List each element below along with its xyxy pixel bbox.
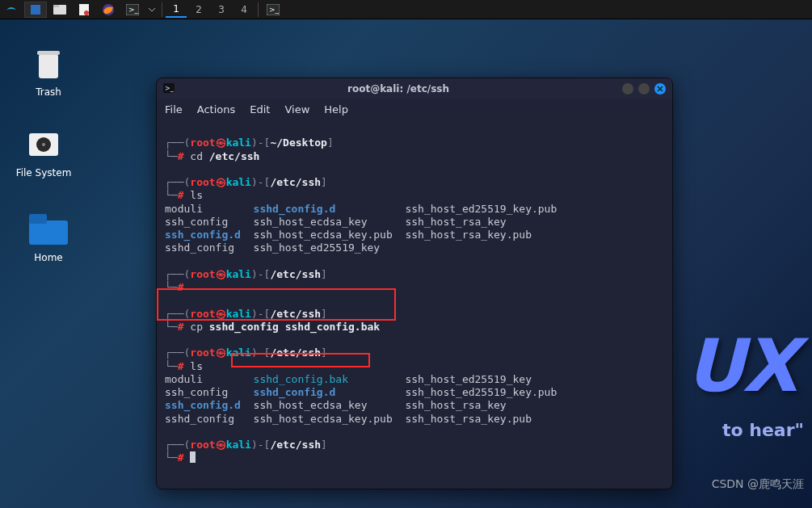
trash-bin-icon xyxy=(29,44,68,83)
window-titlebar[interactable]: >_ root@kali: /etc/ssh xyxy=(157,78,672,99)
ls-entry: sshd_config.d xyxy=(254,386,336,398)
ls-entry: ssh_host_rsa_key.pub xyxy=(405,413,532,425)
desktop-icon-label: Trash xyxy=(16,86,81,98)
folder-icon xyxy=(29,210,68,249)
ls-entry: ssh_host_ecdsa_key.pub xyxy=(254,229,393,241)
ls-entry: sshd_config xyxy=(165,413,234,425)
prompt-host: kali xyxy=(226,346,251,359)
taskbar-separator xyxy=(162,2,162,17)
prompt-user: root xyxy=(190,346,215,359)
ls-entry: ssh_host_rsa_key.pub xyxy=(405,229,532,241)
wallpaper-brand: UX xyxy=(686,323,796,408)
kali-menu-icon[interactable] xyxy=(0,2,23,18)
ls-entry: moduli xyxy=(165,373,203,385)
svg-text:>_: >_ xyxy=(165,85,174,92)
taskbar-separator xyxy=(258,2,259,17)
prompt-host: kali xyxy=(226,136,251,149)
menu-actions[interactable]: Actions xyxy=(197,103,236,115)
prompt-host: kali xyxy=(226,176,251,188)
ls-entry: ssh_host_ed25519_key xyxy=(254,241,381,254)
trash-icon[interactable]: Trash xyxy=(16,44,81,98)
terminal-menubar: File Actions Edit View Help xyxy=(157,99,672,119)
svg-rect-16 xyxy=(29,214,47,224)
taskbar-app-launcher[interactable] xyxy=(24,2,47,18)
svg-text:>_: >_ xyxy=(269,6,280,14)
svg-point-4 xyxy=(84,10,89,15)
svg-rect-10 xyxy=(39,54,58,78)
cmd-cp: cp xyxy=(190,321,203,333)
ls-entry: sshd_config xyxy=(165,241,234,254)
ls-entry: ssh_host_rsa_key xyxy=(405,216,506,228)
watermark: CSDN @鹿鸣天涯 xyxy=(712,477,804,492)
prompt-path: /etc/ssh xyxy=(270,439,321,451)
maximize-button[interactable] xyxy=(638,83,650,94)
prompt-user: root xyxy=(190,308,215,320)
prompt-path: /etc/ssh xyxy=(270,176,321,188)
ls-entry: ssh_config.d xyxy=(165,399,241,411)
svg-text:>_: >_ xyxy=(128,6,139,14)
close-button[interactable] xyxy=(654,83,666,94)
prompt-host: kali xyxy=(226,439,251,451)
svg-rect-15 xyxy=(29,220,68,245)
filesystem-icon[interactable]: File System xyxy=(11,125,76,178)
workspace-1[interactable]: 1 xyxy=(166,2,187,18)
terminal-window: >_ root@kali: /etc/ssh File Actions Edit… xyxy=(156,78,673,489)
svg-rect-2 xyxy=(53,5,59,7)
ls-entry: sshd_config.d xyxy=(254,203,336,215)
prompt-user: root xyxy=(190,176,215,188)
workspace-3[interactable]: 3 xyxy=(211,2,232,18)
ls-entry: ssh_host_ecdsa_key xyxy=(254,399,368,411)
ls-entry: ssh_host_rsa_key xyxy=(405,399,506,411)
ls-entry: ssh_host_ecdsa_key xyxy=(254,216,368,228)
firefox-icon[interactable] xyxy=(97,2,120,18)
minimize-button[interactable] xyxy=(622,83,633,94)
prompt-path: /etc/ssh xyxy=(270,346,321,359)
terminal-dropdown-icon[interactable] xyxy=(145,2,158,18)
desktop-icon-label: File System xyxy=(11,167,76,178)
workspace-4[interactable]: 4 xyxy=(234,2,255,18)
ls-entry: moduli xyxy=(165,203,203,215)
prompt-path: /etc/ssh xyxy=(270,308,321,320)
terminal-body[interactable]: ┌──(root㉿kali)-[~/Desktop] └─# cd /etc/s… xyxy=(157,119,672,489)
svg-rect-11 xyxy=(37,51,60,55)
ls-entry: ssh_host_ecdsa_key.pub xyxy=(254,413,393,425)
cmd-cd-arg: /etc/ssh xyxy=(209,150,260,162)
menu-view[interactable]: View xyxy=(284,103,309,115)
workspace-2[interactable]: 2 xyxy=(188,2,209,18)
prompt-path: /etc/ssh xyxy=(270,268,321,280)
prompt-host: kali xyxy=(226,268,251,280)
menu-file[interactable]: File xyxy=(165,103,183,115)
cmd-cd: cd xyxy=(190,150,203,162)
taskbar: >_ 1 2 3 4 >_ xyxy=(0,0,812,19)
cmd-cp-args: sshd_config sshd_config.bak xyxy=(209,321,380,333)
ls-entry: ssh_host_ed25519_key.pub xyxy=(405,386,557,398)
home-icon[interactable]: Home xyxy=(16,210,81,263)
wallpaper-slogan: to hear" xyxy=(722,420,804,440)
ls-entry: ssh_host_ed25519_key xyxy=(405,373,532,385)
ls-entry: ssh_host_ed25519_key.pub xyxy=(405,203,557,215)
terminal-launcher-icon[interactable]: >_ xyxy=(121,2,144,18)
cmd-ls: ls xyxy=(190,360,203,372)
cmd-ls: ls xyxy=(190,189,203,201)
prompt-path: ~/Desktop xyxy=(270,136,326,149)
disk-icon xyxy=(24,125,63,164)
running-terminal-task[interactable]: >_ xyxy=(262,2,284,18)
document-icon[interactable] xyxy=(73,2,95,18)
window-title: root@kali: /etc/ssh xyxy=(175,83,622,94)
svg-rect-0 xyxy=(31,5,40,15)
menu-edit[interactable]: Edit xyxy=(250,103,270,115)
prompt-user: root xyxy=(190,136,215,149)
terminal-app-icon: >_ xyxy=(163,83,175,95)
prompt-host: kali xyxy=(226,308,251,320)
ls-entry: ssh_config xyxy=(165,386,228,398)
desktop-icon-label: Home xyxy=(16,252,81,263)
ls-entry: ssh_config xyxy=(165,216,228,228)
ls-entry: ssh_config.d xyxy=(165,229,241,241)
ls-entry-bak: sshd_config.bak xyxy=(254,373,348,385)
file-manager-icon[interactable] xyxy=(48,2,71,18)
prompt-user: root xyxy=(190,439,215,451)
menu-help[interactable]: Help xyxy=(324,103,348,115)
prompt-user: root xyxy=(190,268,215,280)
cursor xyxy=(190,451,196,463)
svg-point-14 xyxy=(42,143,45,146)
